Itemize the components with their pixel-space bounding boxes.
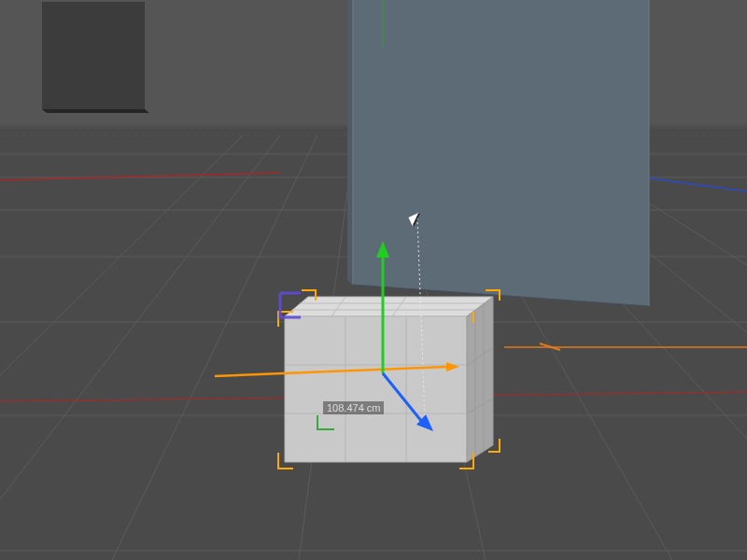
svg-rect-19 bbox=[42, 2, 145, 109]
svg-marker-31 bbox=[285, 316, 467, 462]
large-cube-object[interactable] bbox=[347, 0, 649, 306]
svg-marker-36 bbox=[467, 297, 493, 462]
svg-marker-22 bbox=[347, 0, 353, 285]
svg-marker-20 bbox=[42, 109, 149, 113]
reference-cube-object[interactable] bbox=[42, 2, 149, 113]
svg-line-8 bbox=[0, 135, 243, 560]
3d-viewport[interactable]: 108.474 cm bbox=[0, 0, 747, 560]
svg-marker-21 bbox=[353, 0, 649, 306]
svg-line-9 bbox=[0, 135, 280, 560]
scene-canvas[interactable] bbox=[0, 0, 747, 560]
svg-line-17 bbox=[0, 173, 280, 180]
